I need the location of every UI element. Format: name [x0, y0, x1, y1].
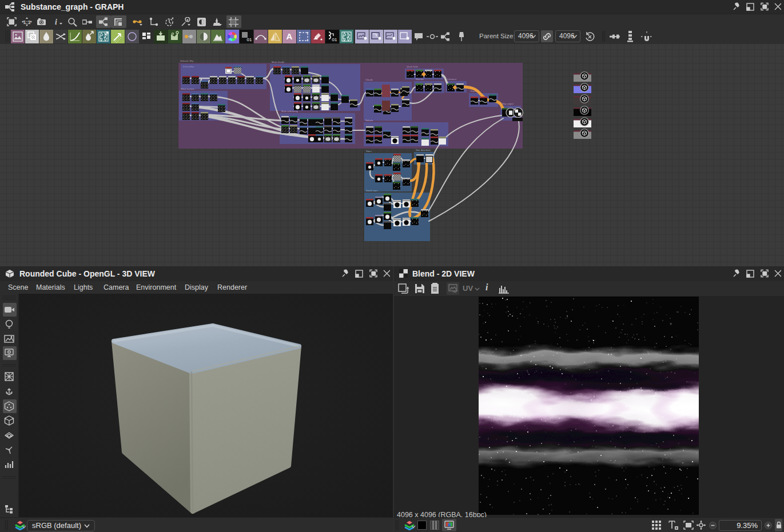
svg-text:01: 01 — [332, 37, 337, 42]
svg-text:1:1: 1:1 — [23, 19, 30, 25]
svg-text:Star distortion: Star distortion — [416, 149, 431, 151]
svg-text:A: A — [286, 31, 293, 41]
svg-text:Contrast: Contrast — [447, 78, 457, 81]
svg-text:Blender: Blender — [416, 78, 424, 81]
svg-text:Quick halo: Quick halo — [407, 65, 418, 68]
svg-text:Sky output: Sky output — [502, 102, 514, 105]
svg-text:Main clouds: Main clouds — [272, 61, 284, 63]
svg-text:Interstellar: Interstellar — [183, 65, 194, 68]
svg-text:Small stars: Small stars — [366, 189, 378, 192]
svg-text:Nebula: Nebula — [365, 119, 373, 122]
svg-text:Wear texture: Wear texture — [181, 87, 195, 90]
svg-text:Stars: Stars — [366, 150, 372, 153]
svg-text:Clouds: Clouds — [365, 78, 373, 81]
svg-text:01: 01 — [247, 37, 252, 42]
svg-text:Galactic Sky: Galactic Sky — [180, 59, 194, 62]
svg-text:i: i — [55, 18, 57, 26]
